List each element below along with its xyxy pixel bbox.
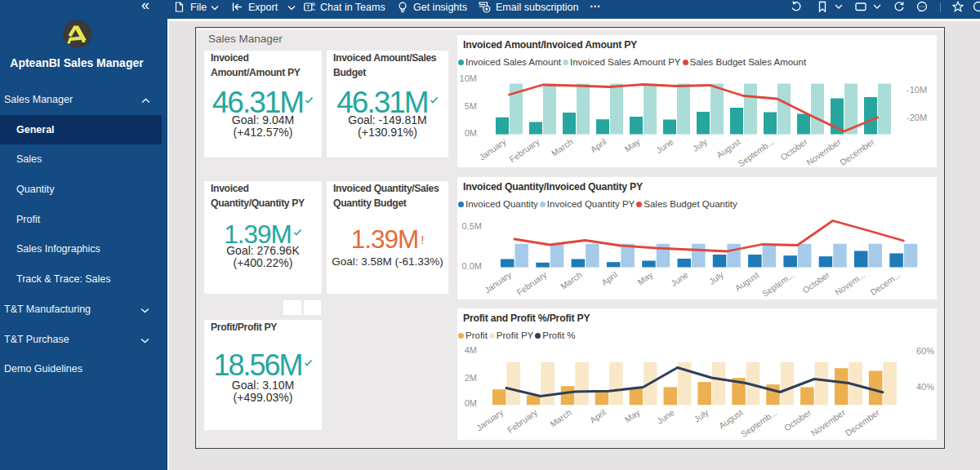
svg-text:June: June (669, 269, 690, 288)
svg-text:May: May (623, 136, 643, 154)
svg-text:10M: 10M (460, 73, 477, 83)
svg-text:February: February (514, 269, 549, 297)
svg-text:40%: 40% (916, 382, 934, 392)
svg-text:5M: 5M (465, 101, 477, 111)
svg-text:Septemb...: Septemb... (739, 407, 778, 439)
svg-text:Decem...: Decem... (868, 269, 902, 297)
svg-text:-10M: -10M (906, 85, 927, 95)
svg-text:June: June (654, 136, 675, 155)
svg-text:0.0M: 0.0M (462, 261, 482, 271)
svg-text:60%: 60% (916, 346, 934, 356)
svg-text:January: January (477, 136, 508, 162)
svg-text:June: June (655, 407, 676, 426)
svg-text:August: August (733, 269, 761, 293)
svg-text:-20M: -20M (906, 113, 927, 122)
svg-text:December: December (838, 136, 876, 167)
svg-text:May: May (623, 407, 643, 425)
svg-text:Novem...: Novem... (833, 269, 866, 297)
svg-text:April: April (588, 407, 608, 425)
svg-text:March: March (550, 136, 575, 158)
svg-text:4M: 4M (465, 345, 477, 355)
svg-text:0M: 0M (465, 398, 477, 408)
svg-text:April: April (589, 136, 608, 154)
svg-text:Septemb...: Septemb... (736, 136, 775, 167)
svg-text:July: July (707, 269, 726, 286)
svg-text:May: May (635, 269, 655, 287)
svg-text:November: November (804, 136, 843, 167)
svg-text:February: February (507, 136, 541, 164)
svg-text:0M: 0M (465, 128, 477, 138)
svg-text:March: March (548, 407, 573, 429)
svg-text:January: January (474, 407, 506, 433)
svg-text:December: December (843, 407, 881, 438)
svg-text:Septem...: Septem... (760, 269, 796, 299)
svg-text:November: November (809, 407, 848, 438)
svg-text:2M: 2M (465, 373, 477, 383)
svg-text:August: August (715, 136, 742, 160)
svg-text:October: October (782, 407, 813, 433)
svg-text:January: January (483, 269, 514, 295)
svg-text:February: February (506, 407, 540, 435)
svg-text:July: July (690, 136, 709, 153)
svg-text:July: July (692, 407, 710, 424)
svg-text:0.5M: 0.5M (462, 221, 482, 231)
svg-text:April: April (599, 269, 619, 287)
svg-text:August: August (717, 407, 745, 431)
svg-text:March: March (559, 269, 584, 291)
svg-text:T: T (306, 3, 310, 11)
svg-text:October: October (800, 269, 831, 295)
